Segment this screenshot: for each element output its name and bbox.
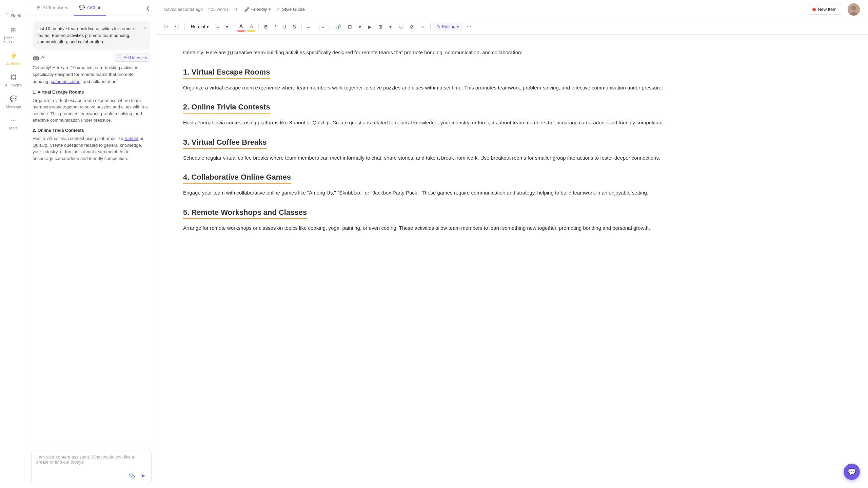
play-button[interactable]: ▶ <box>365 22 374 31</box>
visibility-icon[interactable]: 👁 <box>234 7 239 12</box>
bullet-list-button[interactable]: ≡ <box>304 22 313 31</box>
attachment-icon[interactable]: 📎 <box>127 471 137 480</box>
svg-point-1 <box>851 6 856 11</box>
jackbox-link: Jackbox <box>373 190 391 196</box>
align-button[interactable]: ≡ <box>214 22 222 31</box>
sidebar-item-ai-writer[interactable]: ⚡ AI Writer <box>0 49 27 68</box>
brief-seo-icon: ⊞ <box>11 26 16 34</box>
italic-button[interactable]: I <box>272 22 278 31</box>
organize-link: Organize <box>183 85 204 90</box>
add-to-editor-icon: 📄 <box>117 55 122 60</box>
image-options-button[interactable]: ▾ <box>356 22 364 31</box>
clear-format-button[interactable]: ⊘ <box>407 22 417 31</box>
section-1-text: Organize a virtual escape room experienc… <box>183 83 841 92</box>
toolbar-separator-3 <box>258 23 259 30</box>
section-1-heading: 1. Virtual Escape Rooms <box>183 68 270 79</box>
new-item-label: New Item <box>818 7 836 12</box>
tab-ai-templates[interactable]: ⊞ AI Templates <box>31 0 74 16</box>
ai-item-2-body: Host a virtual trivia contest using plat… <box>33 135 150 162</box>
panel-collapse-button[interactable]: ❮ <box>144 3 152 13</box>
table-button[interactable]: ⊞ <box>376 22 385 31</box>
redo2-button[interactable]: ↪ <box>418 22 428 31</box>
kahoot-link: Kahoot <box>289 120 305 125</box>
sidebar-item-message[interactable]: 💬 Message <box>0 93 27 111</box>
expand-icon[interactable]: ⤢ <box>143 25 147 31</box>
ai-label: 🤖 AI <box>33 54 45 61</box>
communication-link: communication <box>51 79 80 84</box>
editor-content: Certainly! Here are 10 creative team-bui… <box>156 35 868 488</box>
ai-response-header: 🤖 AI 📄 Add to Editor <box>33 54 150 62</box>
chat-input-box[interactable]: I am your content assistant. What would … <box>31 450 152 484</box>
emoji-button[interactable]: ☺ <box>396 22 406 31</box>
undo-button[interactable]: ↩ <box>161 22 171 31</box>
link-button[interactable]: 🔗 <box>333 22 344 31</box>
sidebar-item-ai-images[interactable]: 🖼 AI Images <box>0 71 27 90</box>
add-to-editor-button[interactable]: 📄 Add to Editor <box>114 54 150 62</box>
back-button[interactable]: ← ← Back <box>0 5 27 21</box>
tab-ai-chat[interactable]: 💬 AIChat <box>74 0 106 16</box>
new-item-button[interactable]: New Item <box>807 4 842 15</box>
saved-status: Saved seconds ago <box>164 7 203 12</box>
section-2: 2. Online Trivia Contests Host a virtual… <box>183 103 841 127</box>
ai-writer-icon: ⚡ <box>10 52 17 60</box>
toolbar-separator-1 <box>184 23 185 30</box>
tone-label: Friendly <box>251 7 267 12</box>
section-4-heading: 4. Collaborative Online Games <box>183 173 291 184</box>
top-bar-left: Saved seconds ago 425 words 👁 🎤 Friendly… <box>164 7 305 12</box>
editing-chevron-icon: ▾ <box>457 24 459 29</box>
style-guide-button[interactable]: ✓ Style Guide <box>276 7 304 12</box>
check-icon: ✓ <box>276 7 280 12</box>
message-icon: 💬 <box>10 95 17 103</box>
ai-item-1-body: Organize a virtual escape room experienc… <box>33 97 150 124</box>
editing-button[interactable]: ✎ Editing ▾ <box>433 22 462 31</box>
section-4-text: Engage your team with collaborative onli… <box>183 188 841 197</box>
bold-button[interactable]: B <box>261 22 270 31</box>
sidebar-item-more[interactable]: ··· More <box>0 114 27 133</box>
panel-tabs: ⊞ AI Templates 💬 AIChat ❮ <box>27 0 156 16</box>
table-options-button[interactable]: ▾ <box>387 22 394 31</box>
sidebar-item-label: Brief + SEO <box>4 36 23 44</box>
chat-placeholder-text: I am your content assistant. What would … <box>36 454 136 465</box>
ai-intro-number: 10 <box>71 65 76 70</box>
style-select[interactable]: Normal ▾ <box>188 22 212 31</box>
ai-intro: Certainly! Here are 10 creative team-bui… <box>33 64 150 85</box>
chat-widget-icon: 💬 <box>848 468 856 476</box>
text-color-button[interactable]: A <box>237 22 245 32</box>
section-1: 1. Virtual Escape Rooms Organize a virtu… <box>183 68 841 92</box>
redo-button[interactable]: ↪ <box>172 22 182 31</box>
mic-icon: 🎤 <box>244 7 250 12</box>
align-options-button[interactable]: ▾ <box>223 22 231 31</box>
left-sidebar: ← ← Back ⊞ Brief + SEO ⚡ AI Writer 🖼 AI … <box>0 0 27 488</box>
ai-robot-icon: 🤖 <box>33 54 39 61</box>
section-3: 3. Virtual Coffee Breaks Schedule regula… <box>183 138 841 162</box>
sidebar-item-brief-seo[interactable]: ⊞ Brief + SEO <box>0 24 27 47</box>
style-guide-label: Style Guide <box>282 7 304 12</box>
highlight-button[interactable]: A <box>247 22 256 32</box>
chat-widget-button[interactable]: 💬 <box>844 464 860 480</box>
sidebar-item-label: AI Writer <box>6 62 21 66</box>
tone-chevron-icon: ▾ <box>269 7 271 12</box>
section-3-heading: 3. Virtual Coffee Breaks <box>183 138 267 149</box>
send-icon[interactable]: ➤ <box>139 471 146 480</box>
tone-button[interactable]: 🎤 Friendly ▾ <box>244 7 271 12</box>
editing-icon: ✎ <box>437 24 440 29</box>
toolbar-separator-6 <box>430 23 431 30</box>
more-icon: ··· <box>11 117 16 124</box>
toolbar-separator-5 <box>330 23 330 30</box>
tab-label: AIChat <box>87 5 100 10</box>
sidebar-item-label: AI Images <box>5 83 22 87</box>
strikethrough-button[interactable]: S <box>290 22 298 31</box>
numbered-list-button[interactable]: ⋮≡ <box>314 22 327 31</box>
top-bar: Saved seconds ago 425 words 👁 🎤 Friendly… <box>156 0 868 19</box>
image-button[interactable]: ⊟ <box>345 22 355 31</box>
user-avatar[interactable] <box>848 3 860 16</box>
underline-button[interactable]: U <box>280 22 289 31</box>
sidebar-item-label: Message <box>6 105 21 109</box>
ai-images-icon: 🖼 <box>11 74 17 81</box>
more-options-button[interactable]: ⋯ <box>464 22 474 31</box>
section-4: 4. Collaborative Online Games Engage you… <box>183 173 841 197</box>
avatar-image <box>848 3 860 16</box>
ai-item-1-heading: 1. Virtual Escape Rooms <box>33 89 150 96</box>
panel-content: List 10 creative team-building activitie… <box>27 16 156 446</box>
sidebar-item-label: More <box>9 126 18 130</box>
